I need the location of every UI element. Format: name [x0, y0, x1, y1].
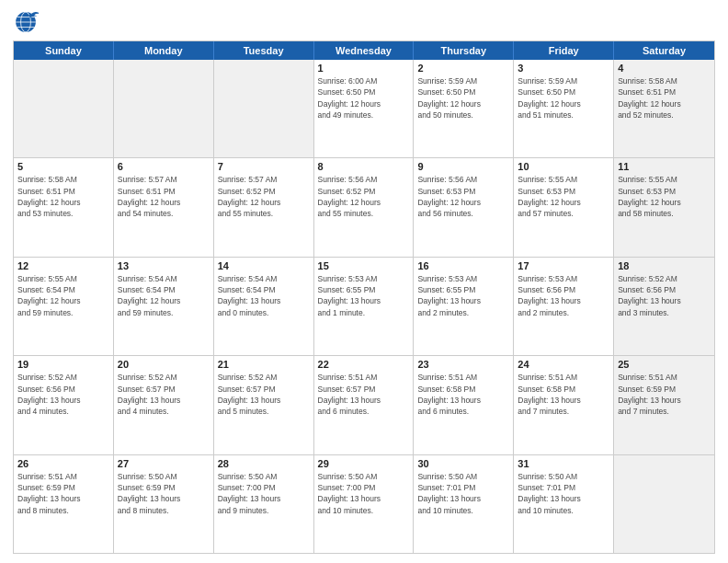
calendar-cell: 19Sunrise: 5:52 AMSunset: 6:56 PMDayligh… — [14, 356, 114, 454]
calendar-cell: 12Sunrise: 5:55 AMSunset: 6:54 PMDayligh… — [14, 258, 114, 355]
day-info: Sunrise: 5:51 AMSunset: 6:58 PMDaylight:… — [417, 372, 509, 417]
day-info: Sunrise: 5:50 AMSunset: 7:01 PMDaylight:… — [417, 471, 509, 516]
day-number: 24 — [518, 359, 609, 370]
calendar-cell — [114, 60, 214, 157]
day-number: 23 — [417, 359, 509, 370]
header — [13, 9, 715, 35]
day-number: 15 — [318, 260, 410, 271]
calendar-row: 5Sunrise: 5:58 AMSunset: 6:51 PMDaylight… — [14, 158, 714, 257]
calendar-cell: 18Sunrise: 5:52 AMSunset: 6:56 PMDayligh… — [614, 258, 714, 355]
calendar-cell: 10Sunrise: 5:55 AMSunset: 6:53 PMDayligh… — [514, 158, 614, 256]
calendar-cell: 8Sunrise: 5:56 AMSunset: 6:52 PMDaylight… — [314, 158, 415, 256]
calendar-cell: 29Sunrise: 5:50 AMSunset: 7:00 PMDayligh… — [314, 455, 415, 553]
calendar-cell: 16Sunrise: 5:53 AMSunset: 6:55 PMDayligh… — [414, 258, 514, 355]
day-info: Sunrise: 5:51 AMSunset: 6:59 PMDaylight:… — [17, 471, 109, 516]
calendar-cell: 31Sunrise: 5:50 AMSunset: 7:01 PMDayligh… — [514, 455, 614, 553]
day-info: Sunrise: 5:51 AMSunset: 6:57 PMDaylight:… — [318, 372, 410, 417]
day-info: Sunrise: 5:59 AMSunset: 6:50 PMDaylight:… — [417, 75, 509, 121]
day-number: 10 — [518, 161, 609, 172]
day-number: 1 — [318, 63, 410, 74]
day-number: 19 — [17, 359, 109, 370]
calendar-cell: 24Sunrise: 5:51 AMSunset: 6:58 PMDayligh… — [514, 356, 614, 454]
calendar-cell — [614, 455, 714, 553]
day-number: 27 — [118, 458, 210, 469]
day-number: 7 — [218, 161, 310, 172]
day-number: 18 — [618, 260, 711, 271]
day-info: Sunrise: 5:53 AMSunset: 6:55 PMDaylight:… — [318, 273, 410, 318]
day-info: Sunrise: 5:50 AMSunset: 7:00 PMDaylight:… — [218, 471, 310, 516]
calendar-cell: 30Sunrise: 5:50 AMSunset: 7:01 PMDayligh… — [414, 455, 514, 553]
day-info: Sunrise: 5:56 AMSunset: 6:52 PMDaylight:… — [318, 174, 410, 219]
cal-header-cell: Tuesday — [214, 41, 314, 60]
day-number: 31 — [518, 458, 609, 469]
day-number: 9 — [417, 161, 509, 172]
calendar-row: 1Sunrise: 6:00 AMSunset: 6:50 PMDaylight… — [14, 60, 714, 158]
day-number: 12 — [17, 260, 109, 271]
cal-header-cell: Saturday — [614, 41, 714, 60]
day-info: Sunrise: 5:54 AMSunset: 6:54 PMDaylight:… — [218, 273, 310, 318]
day-info: Sunrise: 5:55 AMSunset: 6:53 PMDaylight:… — [618, 174, 711, 219]
calendar-cell — [214, 60, 314, 157]
calendar-cell: 25Sunrise: 5:51 AMSunset: 6:59 PMDayligh… — [614, 356, 714, 454]
calendar-cell: 3Sunrise: 5:59 AMSunset: 6:50 PMDaylight… — [514, 60, 614, 157]
day-number: 21 — [218, 359, 310, 370]
cal-header-cell: Wednesday — [314, 41, 415, 60]
day-number: 22 — [318, 359, 410, 370]
calendar-cell: 15Sunrise: 5:53 AMSunset: 6:55 PMDayligh… — [314, 258, 415, 355]
day-info: Sunrise: 5:52 AMSunset: 6:57 PMDaylight:… — [218, 372, 310, 417]
calendar-cell: 28Sunrise: 5:50 AMSunset: 7:00 PMDayligh… — [214, 455, 314, 553]
calendar-cell: 5Sunrise: 5:58 AMSunset: 6:51 PMDaylight… — [14, 158, 114, 256]
calendar-cell: 4Sunrise: 5:58 AMSunset: 6:51 PMDaylight… — [614, 60, 714, 157]
day-number: 2 — [417, 63, 509, 74]
day-info: Sunrise: 5:55 AMSunset: 6:53 PMDaylight:… — [518, 174, 609, 219]
calendar-cell: 23Sunrise: 5:51 AMSunset: 6:58 PMDayligh… — [414, 356, 514, 454]
cal-header-cell: Friday — [514, 41, 614, 60]
day-info: Sunrise: 5:50 AMSunset: 6:59 PMDaylight:… — [118, 471, 210, 516]
page: SundayMondayTuesdayWednesdayThursdayFrid… — [0, 0, 728, 563]
day-info: Sunrise: 5:52 AMSunset: 6:56 PMDaylight:… — [618, 273, 711, 318]
day-number: 8 — [318, 161, 410, 172]
day-number: 6 — [118, 161, 210, 172]
day-number: 13 — [118, 260, 210, 271]
day-number: 3 — [518, 63, 609, 74]
day-number: 16 — [417, 260, 509, 271]
day-info: Sunrise: 5:52 AMSunset: 6:56 PMDaylight:… — [17, 372, 109, 417]
day-info: Sunrise: 5:58 AMSunset: 6:51 PMDaylight:… — [618, 75, 711, 121]
calendar-body: 1Sunrise: 6:00 AMSunset: 6:50 PMDaylight… — [14, 60, 714, 553]
logo — [13, 9, 42, 35]
calendar-cell: 17Sunrise: 5:53 AMSunset: 6:56 PMDayligh… — [514, 258, 614, 355]
logo-icon — [13, 9, 39, 35]
day-number: 5 — [17, 161, 109, 172]
calendar-cell: 11Sunrise: 5:55 AMSunset: 6:53 PMDayligh… — [614, 158, 714, 256]
calendar-row: 12Sunrise: 5:55 AMSunset: 6:54 PMDayligh… — [14, 258, 714, 356]
day-info: Sunrise: 5:50 AMSunset: 7:01 PMDaylight:… — [518, 471, 609, 516]
calendar-row: 26Sunrise: 5:51 AMSunset: 6:59 PMDayligh… — [14, 455, 714, 553]
calendar-row: 19Sunrise: 5:52 AMSunset: 6:56 PMDayligh… — [14, 356, 714, 454]
day-info: Sunrise: 5:52 AMSunset: 6:57 PMDaylight:… — [118, 372, 210, 417]
calendar-cell: 22Sunrise: 5:51 AMSunset: 6:57 PMDayligh… — [314, 356, 415, 454]
day-info: Sunrise: 5:50 AMSunset: 7:00 PMDaylight:… — [318, 471, 410, 516]
day-info: Sunrise: 5:58 AMSunset: 6:51 PMDaylight:… — [17, 174, 109, 219]
calendar-cell: 14Sunrise: 5:54 AMSunset: 6:54 PMDayligh… — [214, 258, 314, 355]
calendar: SundayMondayTuesdayWednesdayThursdayFrid… — [13, 40, 715, 554]
cal-header-cell: Monday — [114, 41, 214, 60]
cal-header-cell: Sunday — [14, 41, 114, 60]
cal-header-cell: Thursday — [414, 41, 514, 60]
day-info: Sunrise: 5:55 AMSunset: 6:54 PMDaylight:… — [17, 273, 109, 318]
day-info: Sunrise: 5:53 AMSunset: 6:55 PMDaylight:… — [417, 273, 509, 318]
day-info: Sunrise: 6:00 AMSunset: 6:50 PMDaylight:… — [318, 75, 410, 121]
calendar-cell: 20Sunrise: 5:52 AMSunset: 6:57 PMDayligh… — [114, 356, 214, 454]
calendar-header: SundayMondayTuesdayWednesdayThursdayFrid… — [14, 41, 714, 60]
calendar-cell: 9Sunrise: 5:56 AMSunset: 6:53 PMDaylight… — [414, 158, 514, 256]
day-number: 28 — [218, 458, 310, 469]
day-number: 26 — [17, 458, 109, 469]
calendar-cell: 7Sunrise: 5:57 AMSunset: 6:52 PMDaylight… — [214, 158, 314, 256]
calendar-cell: 27Sunrise: 5:50 AMSunset: 6:59 PMDayligh… — [114, 455, 214, 553]
day-number: 30 — [417, 458, 509, 469]
calendar-cell: 13Sunrise: 5:54 AMSunset: 6:54 PMDayligh… — [114, 258, 214, 355]
day-number: 17 — [518, 260, 609, 271]
calendar-cell: 1Sunrise: 6:00 AMSunset: 6:50 PMDaylight… — [314, 60, 415, 157]
day-info: Sunrise: 5:53 AMSunset: 6:56 PMDaylight:… — [518, 273, 609, 318]
day-info: Sunrise: 5:56 AMSunset: 6:53 PMDaylight:… — [417, 174, 509, 219]
day-info: Sunrise: 5:59 AMSunset: 6:50 PMDaylight:… — [518, 75, 609, 121]
